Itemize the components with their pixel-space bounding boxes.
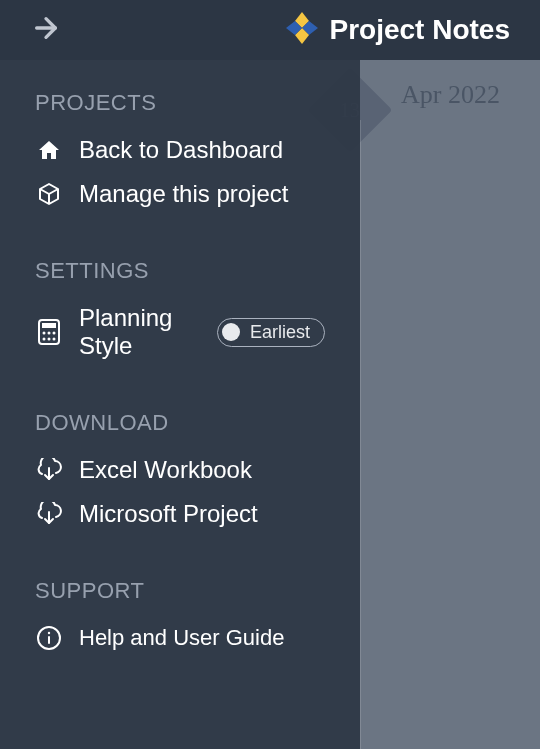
home-icon: [35, 136, 63, 164]
section-download: DOWNLOAD Excel Workbook Microsoft Projec…: [35, 410, 325, 528]
menu-label: Microsoft Project: [79, 500, 258, 528]
svg-point-7: [48, 338, 51, 341]
app-logo-icon: [284, 10, 320, 50]
toggle-value: Earliest: [250, 322, 310, 343]
background-date: Apr 2022: [401, 80, 500, 110]
menu-label: Excel Workbook: [79, 456, 252, 484]
nav-manage-project[interactable]: Manage this project: [35, 180, 325, 208]
menu-label: Help and User Guide: [79, 625, 284, 651]
section-header-download: DOWNLOAD: [35, 410, 325, 436]
cube-icon: [35, 180, 63, 208]
section-header-settings: SETTINGS: [35, 258, 325, 284]
info-icon: [35, 624, 63, 652]
back-arrow-button[interactable]: [30, 12, 62, 48]
toggle-knob: [222, 323, 240, 341]
sidebar: PROJECTS Back to Dashboard Manage this p…: [0, 60, 360, 749]
section-header-projects: PROJECTS: [35, 90, 325, 116]
section-header-support: SUPPORT: [35, 578, 325, 604]
cloud-download-icon: [35, 456, 63, 484]
svg-point-13: [48, 632, 50, 634]
app-title: Project Notes: [330, 14, 511, 46]
cloud-download-icon: [35, 500, 63, 528]
setting-planning-style: Planning Style Earliest: [35, 304, 325, 360]
svg-point-3: [43, 332, 46, 335]
svg-rect-2: [42, 323, 56, 328]
download-ms-project[interactable]: Microsoft Project: [35, 500, 325, 528]
section-settings: SETTINGS Planning Style Earliest: [35, 258, 325, 360]
planning-style-label: Planning Style: [79, 304, 193, 360]
nav-back-to-dashboard[interactable]: Back to Dashboard: [35, 136, 325, 164]
svg-point-4: [48, 332, 51, 335]
menu-label: Manage this project: [79, 180, 288, 208]
app-header: Project Notes: [0, 0, 540, 60]
calculator-icon: [35, 318, 63, 346]
support-help-guide[interactable]: Help and User Guide: [35, 624, 325, 652]
section-projects: PROJECTS Back to Dashboard Manage this p…: [35, 90, 325, 208]
vertical-divider: [360, 120, 361, 749]
svg-point-6: [43, 338, 46, 341]
svg-point-8: [53, 338, 56, 341]
section-support: SUPPORT Help and User Guide: [35, 578, 325, 652]
svg-point-5: [53, 332, 56, 335]
arrow-right-icon: [30, 12, 62, 44]
planning-style-toggle[interactable]: Earliest: [217, 318, 325, 347]
title-group: Project Notes: [284, 10, 511, 50]
menu-label: Back to Dashboard: [79, 136, 283, 164]
download-excel[interactable]: Excel Workbook: [35, 456, 325, 484]
